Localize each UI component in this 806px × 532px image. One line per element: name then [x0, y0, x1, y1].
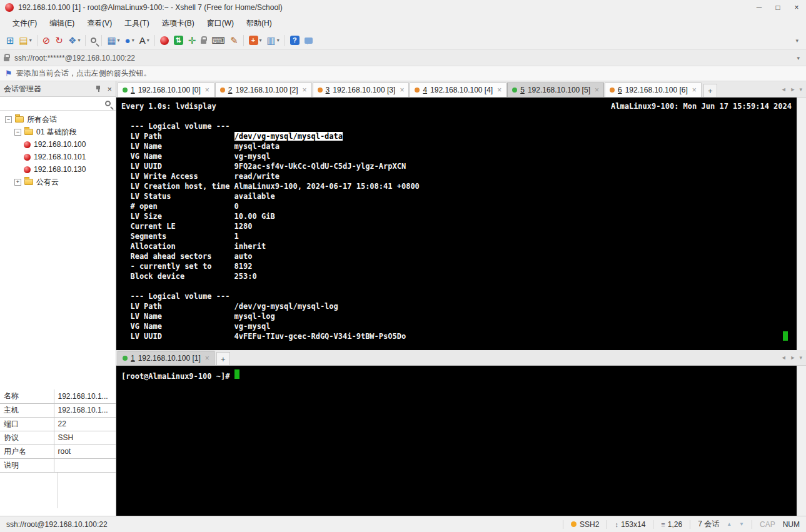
tab-close-button[interactable]: ×	[595, 86, 599, 94]
tab-scroll-right-button[interactable]: ►	[790, 86, 796, 93]
tab-top-4[interactable]: 4192.168.10.100 [4]×	[410, 83, 506, 97]
new-session-icon[interactable]: ⊞	[4, 33, 17, 49]
xshell-glyph	[160, 36, 169, 45]
tab-number: 3	[326, 86, 330, 94]
lock-screen-icon[interactable]	[198, 33, 209, 49]
terminal-bottom-scrollbar[interactable]	[797, 366, 806, 516]
terminal-top-scrollbar[interactable]	[797, 98, 806, 350]
tab-top-5[interactable]: 5192.168.10.100 [5]×	[507, 83, 604, 97]
watch-command: Every 1.0s: lvdisplay	[121, 101, 216, 111]
font-color-dropdown-icon[interactable]: ▾	[147, 38, 149, 43]
tab-close-button[interactable]: ×	[400, 86, 404, 94]
new-terminal-icon[interactable]: +▾	[246, 33, 264, 49]
pin-icon[interactable]	[94, 85, 102, 93]
open-folder-icon[interactable]: ▤▾	[17, 33, 34, 49]
highlighter-icon[interactable]: ✎	[228, 33, 241, 49]
property-label: 名称	[0, 389, 54, 403]
font-color-icon[interactable]: A▾	[137, 33, 152, 49]
menu-item-file[interactable]: 文件(F)	[6, 16, 43, 31]
menu-item-edit[interactable]: 编辑(E)	[43, 16, 81, 31]
tab-close-button[interactable]: ×	[303, 86, 307, 94]
new-terminal-dropdown-icon[interactable]: ▾	[259, 38, 262, 43]
tab-top-2[interactable]: 2192.168.10.100 [2]×	[215, 83, 312, 97]
sidebar-filler	[0, 473, 116, 516]
expand-icon[interactable]: +	[14, 179, 21, 186]
session-search-input[interactable]	[0, 97, 116, 111]
property-value: SSH	[54, 431, 116, 444]
tab-scroll-left-button[interactable]: ◄	[781, 86, 787, 93]
web-browser-dropdown-icon[interactable]: ▾	[132, 38, 134, 43]
tree-item-session-192-168-10-130[interactable]: 192.168.10.130	[0, 163, 116, 176]
minimize-button[interactable]: ─	[750, 0, 768, 15]
tree-item-session-192-168-10-101[interactable]: 192.168.10.101	[0, 151, 116, 163]
tab-close-button[interactable]: ×	[205, 354, 209, 363]
menu-item-tab[interactable]: 选项卡(B)	[156, 16, 201, 31]
tab-scroll-left-button[interactable]: ◄	[781, 354, 787, 361]
disconnect-icon[interactable]: ⊘	[40, 33, 53, 49]
terminal-pane-top[interactable]: Every 1.0s: lvdisplay AlmaLinux9-100: Mo…	[116, 98, 806, 350]
menu-item-help[interactable]: 帮助(H)	[240, 16, 278, 31]
reconnect-icon[interactable]: ↻	[53, 33, 66, 49]
menu-item-view[interactable]: 查看(V)	[81, 16, 118, 31]
fullscreen-icon[interactable]: ✛	[186, 33, 199, 49]
menu-item-tools[interactable]: 工具(T)	[118, 16, 155, 31]
address-bar[interactable]: ssh://root:******@192.168.10.100:22 ▾	[0, 50, 806, 66]
tab-top-3[interactable]: 3192.168.10.100 [3]×	[313, 83, 410, 97]
close-button[interactable]: ×	[787, 0, 806, 15]
tile-layout-dropdown-icon[interactable]: ▾	[277, 38, 280, 43]
web-browser-icon[interactable]: ●▾	[123, 33, 137, 49]
font-color-glyph: A	[139, 36, 146, 45]
xshell-logo-icon	[5, 3, 14, 12]
compose-pane-icon[interactable]: ▦▾	[104, 33, 122, 49]
tree-item-all-sessions[interactable]: −所有会话	[0, 113, 116, 126]
collapse-icon[interactable]: −	[14, 129, 21, 136]
collapse-icon[interactable]: −	[5, 116, 12, 123]
feedback-icon[interactable]	[302, 33, 315, 49]
search-icon[interactable]	[88, 33, 99, 49]
session-prev-icon[interactable]: ▲	[727, 521, 732, 527]
feedback-glyph	[305, 38, 313, 44]
help-icon[interactable]: ?	[288, 33, 302, 49]
tab-list-button[interactable]: ▾	[799, 86, 802, 93]
maximize-button[interactable]: □	[768, 0, 787, 15]
xftp-icon[interactable]: ⇅	[171, 33, 186, 49]
tree-item-session-192-168-10-100[interactable]: 192.168.10.100	[0, 138, 116, 151]
new-tab-button[interactable]: +	[216, 352, 230, 365]
address-url[interactable]: ssh://root:******@192.168.10.100:22	[14, 54, 794, 63]
session-properties-dropdown-icon[interactable]: ▾	[78, 38, 80, 43]
window-title: 192.168.10.100 [1] - root@AlmaLinux9-100…	[18, 3, 283, 12]
tab-close-button[interactable]: ×	[692, 86, 697, 94]
tab-close-button[interactable]: ×	[205, 86, 209, 94]
open-folder-dropdown-icon[interactable]: ▾	[29, 38, 32, 43]
address-dropdown-button[interactable]: ▾	[794, 55, 802, 61]
xshell-icon[interactable]	[158, 33, 171, 49]
tab-top-6[interactable]: 6192.168.10.100 [6]×	[605, 83, 702, 97]
tab-close-button[interactable]: ×	[497, 86, 501, 94]
terminal-line: LV UUID 4vFEFu-TIuv-gcec-RdGQ-V34i-9tBW-…	[116, 331, 797, 341]
new-tab-button[interactable]: +	[703, 84, 717, 97]
tree-item-public-cloud[interactable]: +公有云	[0, 176, 116, 188]
session-next-icon[interactable]: ▼	[739, 521, 744, 527]
menu-item-window[interactable]: 窗口(W)	[201, 16, 240, 31]
session-properties-icon[interactable]: ❖▾	[66, 33, 83, 49]
terminal-bottom-body[interactable]: [root@AlmaLinux9-100 ~]#	[116, 366, 797, 516]
tab-scroll-right-button[interactable]: ►	[790, 354, 796, 361]
terminal-pane-bottom[interactable]: [root@AlmaLinux9-100 ~]#	[116, 366, 806, 516]
virtual-keyboard-icon[interactable]: ⌨	[209, 33, 228, 49]
tab-list-button[interactable]: ▾	[799, 354, 802, 361]
session-manager-title: 会话管理器	[4, 84, 94, 94]
toolbar-overflow-button[interactable]: ▾	[792, 38, 802, 44]
terminal-top-body[interactable]: Every 1.0s: lvdisplay AlmaLinux9-100: Mo…	[116, 98, 797, 350]
tab-bottom-1[interactable]: 1192.168.10.100 [1]×	[118, 351, 214, 365]
status-session-count[interactable]: 7 会话	[698, 519, 719, 529]
reconnect-glyph: ↻	[55, 36, 63, 45]
tab-top-1[interactable]: 1192.168.10.100 [0]×	[118, 83, 214, 97]
property-value: 192.168.10.1...	[54, 403, 116, 417]
tile-layout-icon[interactable]: ▥▾	[264, 33, 282, 49]
new-session-glyph: ⊞	[6, 36, 14, 45]
status-terminal-size: ↕ 153x14	[615, 520, 645, 529]
compose-pane-dropdown-icon[interactable]: ▾	[118, 38, 120, 43]
panel-close-button[interactable]: ×	[107, 84, 112, 94]
tree-item-stage-01[interactable]: −01 基础阶段	[0, 126, 116, 138]
tree-item-label: 01 基础阶段	[36, 127, 77, 138]
